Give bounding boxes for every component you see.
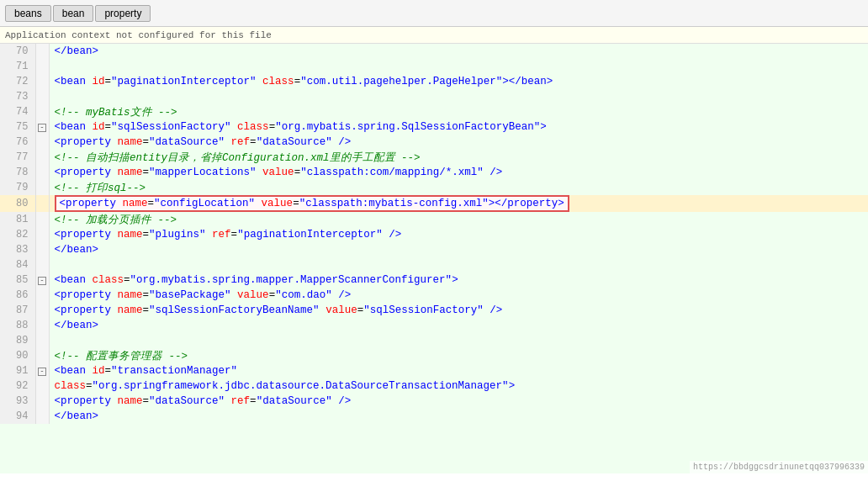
line-number: 78 [0, 165, 35, 180]
line-number: 79 [0, 180, 35, 195]
tag-token: </ [55, 320, 67, 331]
tag-token: <property [60, 198, 117, 209]
attr-name-token: class [55, 380, 87, 392]
fold-icon[interactable]: - [38, 368, 46, 376]
code-area: 70 </bean>7172 <bean id="paginationInter… [0, 44, 868, 473]
fold-icon[interactable]: - [38, 277, 46, 285]
code-table: 70 </bean>7172 <bean id="paginationInter… [0, 44, 868, 424]
tag-token: </ [55, 45, 67, 57]
attr-val-token: "dataSource" [257, 395, 332, 407]
property-tab-btn[interactable]: property [95, 5, 151, 22]
code-cell: <property name="mapperLocations" value="… [49, 165, 868, 180]
fold-cell [35, 303, 49, 318]
attr-val-token: "dataSource" [149, 136, 225, 148]
line-number: 93 [0, 394, 35, 409]
tag-token: > [93, 410, 99, 422]
fold-cell [35, 318, 49, 333]
plain-token: = [143, 167, 150, 178]
tag-token: <bean [55, 274, 87, 286]
table-row: 71 [0, 59, 868, 74]
attr-val-token: "org.springframework.jdbc.datasource.Dat… [93, 380, 509, 392]
tag-token: /> [338, 395, 351, 407]
tag-token: > [93, 45, 99, 57]
tag-token: bean [67, 320, 93, 331]
fold-icon[interactable]: - [38, 124, 46, 132]
code-cell [49, 333, 868, 348]
beans-tab-btn[interactable]: beans [5, 5, 51, 22]
plain-token [320, 304, 326, 316]
attr-name-token: id [93, 121, 105, 133]
table-row: 85- <bean class="org.mybatis.spring.mapp… [0, 272, 868, 288]
code-cell: <bean id="paginationInterceptor" class="… [49, 74, 868, 89]
attr-name-token: value [262, 167, 294, 178]
comment-token: <!-- myBatis文件 --> [55, 107, 177, 119]
fold-cell [35, 227, 49, 242]
table-row: 89 [0, 333, 868, 348]
code-cell: <!-- 自动扫描entity目录，省掉Configuration.xml里的手… [49, 150, 868, 165]
attr-name-token: name [118, 167, 143, 178]
plain-token [86, 274, 93, 286]
code-cell: <!-- 打印sql--> [49, 180, 868, 195]
fold-cell[interactable]: - [35, 363, 49, 378]
attr-val-token: "classpath:mybatis-config.xml" [299, 198, 489, 209]
attr-name-token: name [118, 395, 143, 407]
attr-val-token: "sqlSessionFactory" [363, 304, 484, 316]
plain-token [225, 395, 231, 407]
table-row: 78 <property name="mapperLocations" valu… [0, 165, 868, 180]
tag-token: /> [338, 289, 351, 301]
attr-name-token: id [93, 365, 105, 377]
fold-cell [35, 409, 49, 424]
plain-token: = [143, 289, 150, 301]
attr-name-token: ref [231, 395, 251, 407]
attr-name-token: class [262, 76, 294, 87]
table-row: 86 <property name="basePackage" value="c… [0, 288, 868, 303]
attr-val-token: "sqlSessionFactory" [111, 121, 231, 133]
tag-token: ></property> [489, 198, 564, 209]
table-row: 74 <!-- myBatis文件 --> [0, 104, 868, 119]
tag-token: <property [55, 289, 112, 301]
code-cell: <property name="configLocation" value="c… [49, 195, 868, 212]
table-row: 91- <bean id="transactionManager" [0, 363, 868, 378]
table-row: 83 </bean> [0, 242, 868, 257]
comment-token: <!-- 配置事务管理器 --> [55, 351, 188, 362]
plain-token [86, 76, 93, 87]
line-number: 71 [0, 59, 35, 74]
tag-token: <bean [55, 76, 87, 87]
bean-tab-btn[interactable]: bean [53, 5, 94, 22]
fold-cell [35, 212, 49, 227]
plain-token: = [269, 289, 276, 301]
attr-val-token: "plugins" [149, 229, 206, 241]
tag-token: > [93, 244, 99, 256]
plain-token [116, 198, 123, 209]
code-cell: <property name="sqlSessionFactoryBeanNam… [49, 303, 868, 318]
plain-token: = [105, 121, 112, 133]
plain-token: = [105, 365, 112, 377]
fold-cell [35, 288, 49, 303]
plain-token [231, 121, 238, 133]
plain-token: = [143, 304, 150, 316]
line-number: 86 [0, 288, 35, 303]
attr-val-token: "classpath:com/mapping/*.xml" [300, 167, 484, 178]
table-row: 82 <property name="plugins" ref="paginat… [0, 227, 868, 242]
line-number: 85 [0, 272, 35, 288]
plain-token [111, 395, 118, 407]
attr-val-token: "sqlSessionFactoryBeanName" [149, 304, 320, 316]
attr-name-token: name [118, 136, 143, 148]
plain-token: = [269, 121, 276, 133]
table-row: 73 [0, 89, 868, 104]
table-row: 76 <property name="dataSource" ref="data… [0, 135, 868, 150]
tag-token: /> [338, 136, 351, 148]
attr-name-token: ref [231, 136, 251, 148]
fold-cell [35, 150, 49, 165]
line-number: 82 [0, 227, 35, 242]
fold-cell[interactable]: - [35, 272, 49, 288]
tag-token: </ [55, 244, 67, 256]
fold-cell[interactable]: - [35, 119, 49, 135]
table-row: 87 <property name="sqlSessionFactoryBean… [0, 303, 868, 318]
info-bar: Application context not configured for t… [0, 27, 868, 44]
plain-token: = [143, 136, 150, 148]
comment-token: <!-- 加载分页插件 --> [55, 214, 177, 226]
table-row: 80 <property name="configLocation" value… [0, 195, 868, 212]
line-number: 94 [0, 409, 35, 424]
code-cell: <property name="plugins" ref="pagination… [49, 227, 868, 242]
